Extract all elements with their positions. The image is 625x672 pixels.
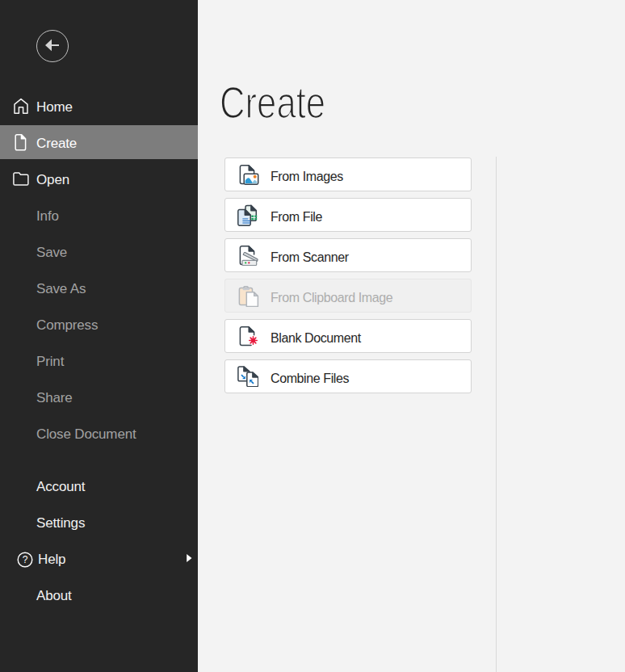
svg-text:?: ? bbox=[23, 554, 28, 565]
